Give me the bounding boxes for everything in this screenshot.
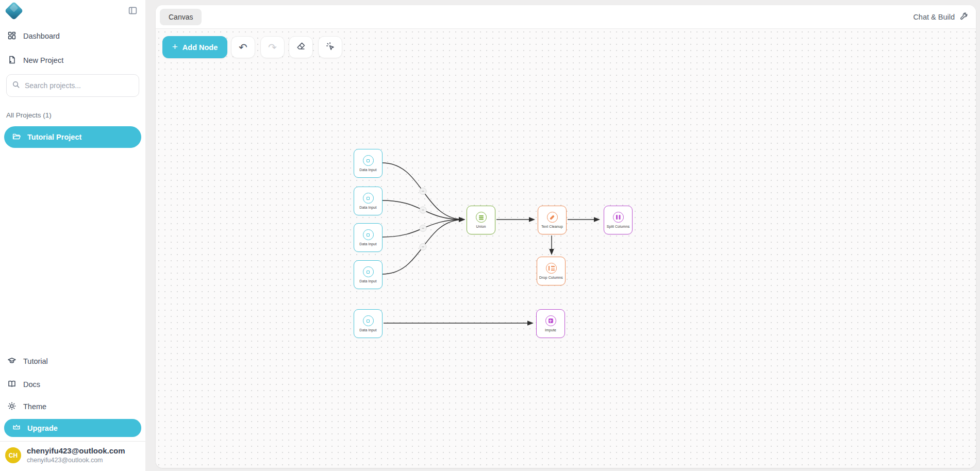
node-impute[interactable]: Impute: [536, 309, 565, 338]
sidebar-item-dashboard[interactable]: Dashboard: [4, 29, 141, 43]
node-label: Union: [476, 225, 486, 228]
edges-layer: [156, 29, 976, 468]
split-columns-icon: [613, 212, 624, 223]
node-label: Data Input: [359, 242, 376, 246]
node-data-input-5[interactable]: Data Input: [354, 309, 383, 338]
main-panel: Canvas Chat & Build + Add Node ↶ ↷: [156, 5, 976, 468]
project-search: [6, 74, 139, 97]
undo-button[interactable]: ↶: [231, 36, 255, 58]
sidebar-item-label: Docs: [23, 380, 40, 389]
node-label: Data Input: [359, 279, 376, 283]
node-label: Split Columns: [607, 225, 629, 228]
impute-icon: [545, 315, 556, 326]
redo-icon: ↷: [268, 41, 277, 54]
node-label: Data Input: [359, 206, 376, 209]
node-glyph: [616, 215, 618, 220]
sidebar-item-docs[interactable]: Docs: [4, 377, 141, 392]
node-label: Data Input: [359, 168, 376, 172]
data-input-1-icon: [363, 155, 374, 166]
edge-button[interactable]: [420, 225, 426, 232]
sidebar-item-label: Dashboard: [23, 32, 60, 40]
node-glyph: [549, 266, 554, 271]
node-data-input-1[interactable]: Data Input: [354, 149, 383, 178]
node-data-input-3[interactable]: Data Input: [354, 223, 383, 252]
edge-button[interactable]: [420, 188, 426, 195]
node-label: Impute: [545, 328, 556, 332]
node-text-cleanup[interactable]: Text Cleanup: [538, 206, 567, 234]
sidebar-item-new-project[interactable]: New Project: [4, 53, 141, 68]
plus-icon: +: [172, 42, 178, 52]
node-glyph: [367, 319, 370, 323]
dashboard-icon: [7, 31, 16, 42]
all-projects-label: All Projects (1): [6, 111, 52, 119]
chat-and-build-button[interactable]: Chat & Build: [913, 5, 969, 29]
book-icon: [7, 379, 16, 390]
wrench-icon: [959, 12, 969, 23]
redo-button[interactable]: ↷: [260, 36, 285, 58]
folder-open-icon: [12, 132, 21, 143]
undo-icon: ↶: [239, 41, 247, 54]
sidebar-item-tutorial-project[interactable]: Tutorial Project: [4, 126, 141, 148]
new-file-icon: [7, 55, 16, 66]
sidebar-item-label: New Project: [23, 56, 63, 64]
sun-icon: [7, 401, 16, 412]
magic-cursor-button[interactable]: [318, 36, 342, 58]
upgrade-button[interactable]: Upgrade: [4, 419, 141, 437]
edge-button[interactable]: [420, 244, 426, 250]
edge-button[interactable]: [420, 207, 426, 213]
text-cleanup-icon: [547, 212, 558, 223]
union-icon: [476, 212, 487, 223]
sidebar: Dashboard New Project All Projects (1) T…: [0, 0, 145, 471]
canvas[interactable]: + Add Node ↶ ↷: [156, 29, 976, 468]
crown-icon: [12, 423, 21, 433]
search-input[interactable]: [25, 81, 134, 90]
data-input-2-icon: [363, 193, 374, 204]
node-data-input-2[interactable]: Data Input: [354, 187, 383, 215]
upgrade-label: Upgrade: [27, 424, 58, 432]
node-data-input-4[interactable]: Data Input: [354, 260, 383, 289]
sidebar-item-theme[interactable]: Theme: [4, 399, 141, 414]
sidebar-item-tutorial[interactable]: Tutorial: [4, 354, 141, 368]
data-input-3-icon: [363, 229, 374, 240]
sidebar-collapse-button[interactable]: [127, 6, 138, 17]
drop-columns-icon: [546, 263, 557, 274]
add-node-label: Add Node: [182, 43, 218, 52]
user-name: chenyifu423@outlook.com: [27, 446, 125, 455]
eraser-button[interactable]: [289, 36, 313, 58]
node-glyph: [367, 159, 370, 162]
canvas-header: Canvas Chat & Build: [156, 5, 976, 29]
node-split-columns[interactable]: Split Columns: [604, 206, 633, 234]
panel-left-icon: [128, 6, 138, 18]
node-label: Data Input: [359, 328, 376, 332]
sidebar-item-label: Theme: [23, 402, 46, 411]
node-label: Drop Columns: [539, 276, 563, 279]
project-name-label: Tutorial Project: [27, 133, 81, 141]
node-glyph: [367, 197, 370, 200]
tab-canvas[interactable]: Canvas: [160, 9, 202, 25]
node-glyph: [479, 215, 484, 216]
node-glyph: [367, 271, 370, 274]
node-union[interactable]: Union: [467, 206, 495, 234]
node-drop-columns[interactable]: Drop Columns: [537, 257, 566, 285]
user-email: chenyifu423@outlook.com: [27, 457, 103, 464]
chat-build-label: Chat & Build: [913, 13, 955, 21]
magic-cursor-icon: [325, 41, 335, 54]
app-logo: [5, 2, 24, 21]
add-node-button[interactable]: + Add Node: [162, 36, 227, 58]
data-input-5-icon: [363, 315, 374, 326]
node-glyph: [367, 233, 370, 237]
divider: [0, 441, 145, 442]
eraser-icon: [296, 41, 306, 54]
search-icon: [12, 80, 21, 91]
node-glyph: [550, 215, 555, 220]
data-input-4-icon: [363, 266, 374, 277]
graduation-cap-icon: [7, 356, 16, 367]
sidebar-item-label: Tutorial: [23, 357, 48, 365]
node-label: Text Cleanup: [541, 225, 563, 228]
node-glyph: [549, 318, 553, 323]
avatar[interactable]: CH: [5, 447, 21, 463]
